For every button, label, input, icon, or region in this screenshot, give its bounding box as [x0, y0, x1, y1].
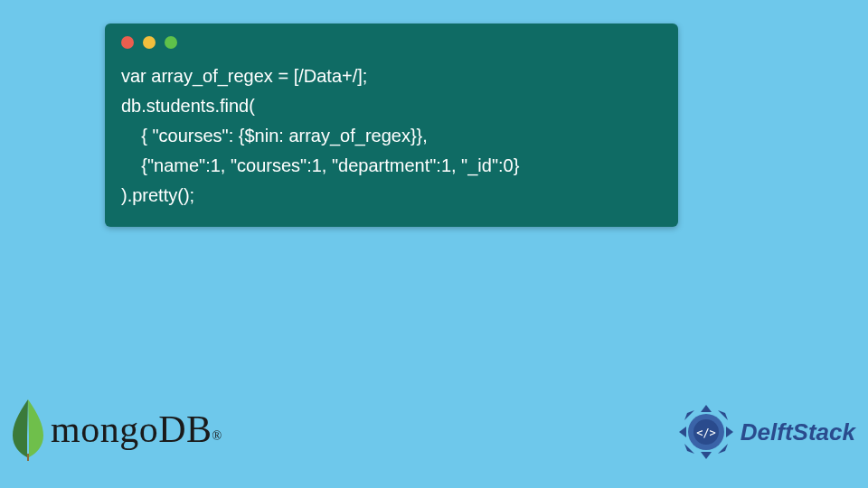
minimize-icon: [143, 36, 156, 49]
svg-marker-3: [679, 427, 686, 437]
code-line: {"name":1, "courses":1, "department":1, …: [121, 155, 519, 175]
svg-marker-1: [701, 405, 712, 412]
mongodb-word: mongoDB: [51, 408, 212, 450]
svg-marker-6: [684, 444, 694, 454]
svg-marker-7: [684, 410, 694, 420]
close-icon: [121, 36, 134, 49]
delftstack-logo: </> DelftStack: [677, 403, 855, 461]
code-line: var array_of_regex = [/Data+/];: [121, 66, 367, 86]
delftstack-text: DelftStack: [741, 418, 855, 446]
svg-marker-8: [718, 444, 728, 454]
delftstack-gear-icon: </>: [677, 403, 735, 461]
maximize-icon: [165, 36, 177, 49]
window-controls: [121, 36, 662, 49]
code-line: ).pretty();: [121, 185, 194, 205]
mongodb-text: mongoDB®: [51, 408, 222, 451]
svg-text:</>: </>: [696, 427, 716, 439]
code-line: db.students.find(: [121, 96, 255, 116]
mongodb-logo: mongoDB®: [9, 398, 222, 461]
code-line: { "courses": {$nin: array_of_regex}},: [121, 126, 428, 145]
mongodb-leaf-icon: [9, 398, 47, 461]
registered-mark: ®: [212, 429, 222, 443]
svg-rect-0: [27, 454, 29, 461]
code-window: var array_of_regex = [/Data+/]; db.stude…: [105, 23, 678, 227]
svg-marker-5: [718, 410, 728, 420]
code-block: var array_of_regex = [/Data+/]; db.stude…: [121, 61, 662, 211]
svg-marker-4: [726, 427, 733, 437]
svg-marker-2: [701, 452, 712, 459]
